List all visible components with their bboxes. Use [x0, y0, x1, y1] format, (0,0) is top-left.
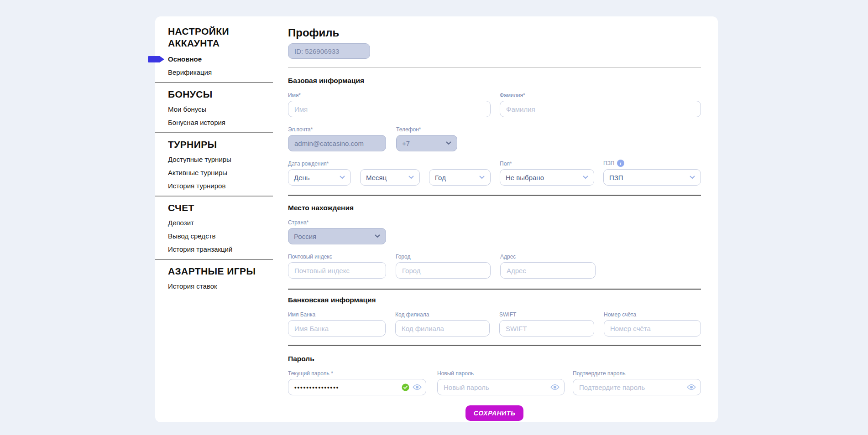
birth-year-group: Год: [429, 169, 491, 186]
city-label: Город: [396, 254, 491, 260]
bank-name-input[interactable]: [288, 320, 386, 337]
bank-name-label: Имя Банка: [288, 311, 386, 318]
address-input[interactable]: [500, 262, 596, 279]
eye-icon[interactable]: [413, 384, 422, 390]
sidebar-item-label: Бонусная история: [168, 119, 225, 126]
confirm-password-input[interactable]: [573, 379, 701, 395]
chevron-down-icon: [690, 176, 695, 179]
chevron-down-icon: [446, 141, 451, 145]
sidebar-item-active-tournaments[interactable]: Активные турниры: [168, 169, 273, 176]
birth-day-value: День: [294, 174, 310, 181]
pzp-group: ПЗП i ПЗП: [603, 160, 701, 186]
location-heading: Место нахождения: [288, 204, 701, 212]
account-number-input[interactable]: [604, 320, 701, 337]
settings-sidebar: НАСТРОЙКИ АККАУНТА Основное Верификация …: [155, 26, 273, 296]
sidebar-item-bets-history[interactable]: История ставок: [168, 283, 273, 290]
sidebar-item-available-tournaments[interactable]: Доступные турниры: [168, 156, 273, 163]
birth-year-value: Год: [435, 174, 446, 181]
swift-group: SWIFT: [499, 311, 594, 337]
sidebar-item-deposit[interactable]: Депозит: [168, 219, 273, 227]
profile-form: Профиль Базовая информация Имя* Фамилия*…: [288, 16, 701, 421]
email-label: Эл.почта*: [288, 126, 386, 133]
confirm-password-wrap: [573, 379, 701, 395]
account-settings-screen: НАСТРОЙКИ АККАУНТА Основное Верификация …: [0, 0, 868, 435]
sidebar-item-label: Доступные турниры: [168, 155, 231, 163]
birth-date-label: Дата рождения*: [288, 161, 351, 167]
sidebar-item-transaction-history[interactable]: История транзакций: [168, 246, 273, 253]
bank-name-group: Имя Банка: [288, 311, 386, 337]
email-field: [288, 135, 386, 151]
section-divider: [288, 67, 701, 67]
branch-code-label: Код филиала: [395, 311, 490, 318]
chevron-down-icon: [479, 176, 485, 179]
first-name-label: Имя*: [288, 92, 491, 98]
sidebar-group-account-money: СЧЕТ Депозит Вывод средств История транз…: [168, 202, 273, 253]
sidebar-item-main[interactable]: Основное: [168, 56, 273, 63]
pzp-select[interactable]: ПЗП: [603, 169, 701, 186]
city-input[interactable]: [396, 262, 491, 279]
new-password-group: Новый пароль: [437, 370, 565, 395]
birth-month-select[interactable]: Месяц: [360, 169, 420, 186]
chevron-down-icon: [340, 176, 345, 179]
pzp-label-text: ПЗП: [603, 160, 615, 166]
branch-code-input[interactable]: [395, 320, 490, 337]
info-icon[interactable]: i: [617, 160, 624, 167]
pzp-label: ПЗП i: [603, 160, 701, 167]
sidebar-item-label: Вывод средств: [168, 232, 215, 240]
chevron-down-icon: [375, 234, 380, 238]
pzp-value: ПЗП: [609, 174, 623, 181]
eye-icon[interactable]: [550, 384, 559, 390]
postal-code-input[interactable]: [288, 262, 386, 279]
country-group: Страна* Россия: [288, 219, 386, 244]
sidebar-divider: [155, 82, 273, 83]
birth-month-group: Месяц: [360, 169, 420, 186]
sidebar-heading-bonuses: БОНУСЫ: [168, 88, 273, 100]
gender-select[interactable]: Не выбрано: [500, 169, 594, 186]
birth-gender-pzp-row: Дата рождения* День Месяц: [288, 160, 701, 186]
birth-day-group: Дата рождения* День: [288, 161, 351, 186]
last-name-input[interactable]: [500, 101, 701, 117]
sidebar-title: НАСТРОЙКИ АККАУНТА: [168, 26, 252, 49]
section-divider: [288, 345, 701, 346]
phone-group: Телефон* +7: [396, 126, 457, 151]
phone-code-select: +7: [396, 135, 457, 151]
sidebar-item-withdrawal[interactable]: Вывод средств: [168, 233, 273, 240]
check-circle-icon: [402, 383, 409, 391]
sidebar-item-verification[interactable]: Верификация: [168, 69, 273, 76]
save-button[interactable]: СОХРАНИТЬ: [465, 405, 523, 421]
sidebar-heading-account: СЧЕТ: [168, 202, 273, 214]
country-select: Россия: [288, 228, 386, 244]
address-row: Почтовый индекс Город Адрес: [288, 254, 701, 279]
phone-label: Телефон*: [396, 126, 457, 133]
sidebar-group-bonuses: БОНУСЫ Мои бонусы Бонусная история: [168, 88, 273, 126]
sidebar-item-my-bonuses[interactable]: Мои бонусы: [168, 106, 273, 113]
password-row: Текущий пароль * Новый пароль: [288, 370, 701, 395]
chevron-down-icon: [583, 176, 588, 179]
last-name-group: Фамилия*: [500, 92, 701, 117]
new-password-eye: [550, 379, 559, 395]
new-password-input[interactable]: [437, 379, 565, 395]
sidebar-heading-gambling: АЗАРТНЫЕ ИГРЫ: [168, 265, 273, 277]
sidebar-item-bonus-history[interactable]: Бонусная история: [168, 119, 273, 126]
sidebar-item-label: История турниров: [168, 182, 225, 190]
sidebar-item-tournament-history[interactable]: История турниров: [168, 182, 273, 190]
first-name-input[interactable]: [288, 101, 491, 117]
current-password-icons: [402, 379, 422, 395]
confirm-password-eye: [687, 379, 696, 395]
birth-year-select[interactable]: Год: [429, 169, 491, 186]
new-password-wrap: [437, 379, 565, 395]
email-phone-row: Эл.почта* Телефон* +7: [288, 126, 701, 151]
city-group: Город: [396, 254, 491, 279]
swift-input[interactable]: [499, 320, 594, 337]
sidebar-item-label: Активные турниры: [168, 169, 227, 176]
settings-card: НАСТРОЙКИ АККАУНТА Основное Верификация …: [155, 16, 718, 422]
eye-icon[interactable]: [687, 384, 696, 390]
bank-row: Имя Банка Код филиала SWIFT Номер счёта: [288, 311, 701, 337]
birth-day-select[interactable]: День: [288, 169, 351, 186]
birth-month-value: Месяц: [366, 174, 387, 181]
sidebar-group-tournaments: ТУРНИРЫ Доступные турниры Активные турни…: [168, 139, 273, 190]
email-group: Эл.почта*: [288, 126, 386, 151]
last-name-label: Фамилия*: [500, 92, 701, 98]
country-value: Россия: [294, 233, 316, 240]
address-label: Адрес: [500, 254, 596, 260]
